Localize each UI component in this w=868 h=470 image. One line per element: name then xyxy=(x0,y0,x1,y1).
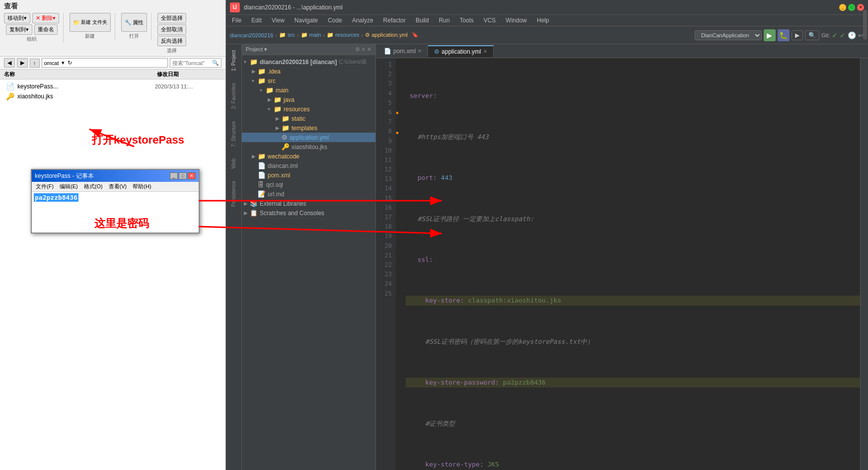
project-gear-icon[interactable]: ≡ xyxy=(362,46,365,53)
delete-button[interactable]: ✕ 删除▾ xyxy=(32,13,59,23)
file-icon: 📄 xyxy=(6,82,14,90)
tree-item-iml[interactable]: 📄 diancan.iml xyxy=(242,161,375,170)
notepad-menu-file[interactable]: 文件(F) xyxy=(36,183,54,190)
resources-folder-icon: 📁 xyxy=(274,105,282,113)
breadcrumb-root[interactable]: diancan20200216 xyxy=(230,32,273,38)
tree-item-wechatcode[interactable]: ▶ 📁 wechatcode xyxy=(242,152,375,161)
menu-navigate[interactable]: Navigate xyxy=(292,16,320,25)
tree-item-idea[interactable]: ▶ 📁 .idea xyxy=(242,67,375,76)
ide-project-panel: Project ▾ ⚙ ≡ ✕ ▾ 📁 diancan20200216 [dia… xyxy=(242,44,376,470)
breadcrumb-resources[interactable]: 📁 resources xyxy=(327,32,359,38)
copy-to-button[interactable]: 复制到▾ xyxy=(6,24,32,35)
tree-item-md[interactable]: 📝 url.md xyxy=(242,189,375,199)
debug-button[interactable]: 🐛 xyxy=(778,29,790,41)
tree-item-sql[interactable]: 🗄 qcl.sql xyxy=(242,180,375,189)
breadcrumb-main[interactable]: 📁 main xyxy=(301,32,321,38)
tree-item-java[interactable]: ▶ 📁 java xyxy=(242,95,375,104)
invert-select-button[interactable]: 反向选择 xyxy=(157,36,186,46)
sidebar-tab-favorites[interactable]: 2: Favorites xyxy=(230,79,237,113)
sidebar-tab-persistence[interactable]: Persistence xyxy=(230,177,237,211)
tree-item-main[interactable]: ▾ 📁 main xyxy=(242,85,375,95)
run-config-select[interactable]: DianCanApplication xyxy=(695,30,762,40)
select-all-button[interactable]: 全部选择 xyxy=(157,13,186,23)
refresh-icon[interactable]: ↻ xyxy=(68,60,72,66)
notepad-content[interactable]: pa2pzzb8436 xyxy=(32,192,199,203)
tree-item-templates[interactable]: ▶ 📁 templates xyxy=(242,123,375,133)
line-num-1: 1 xyxy=(378,60,392,70)
search-box[interactable]: 🔍 xyxy=(170,58,221,68)
run-button[interactable]: ▶ xyxy=(764,29,776,41)
tab-yml-close[interactable]: ✕ xyxy=(483,49,487,54)
ide-close-button[interactable]: ✕ xyxy=(857,4,864,11)
new-folder-button[interactable]: 📁 新建 文件夹 xyxy=(70,13,111,32)
notepad-maximize-button[interactable]: □ xyxy=(179,172,187,179)
ide-minimize-button[interactable]: _ xyxy=(839,4,846,11)
project-close-icon[interactable]: ✕ xyxy=(367,46,371,53)
select-group-label: 选择 xyxy=(167,47,177,54)
search-icon[interactable]: 🔍 xyxy=(212,60,219,66)
tab-application-yml[interactable]: ⚙ application.yml ✕ xyxy=(428,45,493,57)
tree-item-resources[interactable]: ▾ 📁 resources xyxy=(242,104,375,114)
sidebar-tab-project[interactable]: 1: Project xyxy=(230,46,237,75)
coverage-button[interactable]: ▶ xyxy=(792,30,803,40)
code-line-4: #SSL证书路径 一定要加上classpath: xyxy=(406,214,860,224)
menu-refactor[interactable]: Refactor xyxy=(381,16,408,25)
tree-arrow: ▾ xyxy=(260,87,266,93)
move-to-button[interactable]: 移动到▾ xyxy=(4,13,30,23)
menu-code[interactable]: Code xyxy=(326,16,344,25)
sidebar-tab-web[interactable]: Web xyxy=(230,155,237,172)
folder-icon: 📁 xyxy=(73,19,80,26)
nav-forward-button[interactable]: ▶ xyxy=(17,58,28,68)
notepad-menu-format[interactable]: 格式(O) xyxy=(84,183,103,190)
properties-button[interactable]: 🔧 属性 xyxy=(121,13,147,32)
tree-label-root: diancan20200216 [diancan] xyxy=(260,59,337,66)
tree-item-ext-lib[interactable]: ▶ 📚 External Libraries xyxy=(242,199,375,208)
tree-item-pom[interactable]: 📄 pom.xml xyxy=(242,170,375,180)
notepad-minimize-button[interactable]: _ xyxy=(170,172,178,179)
notepad-menu-help[interactable]: 帮助(H) xyxy=(133,183,151,190)
tree-arrow: ▶ xyxy=(244,210,250,216)
nav-up-button[interactable]: ↑ xyxy=(30,59,40,68)
jks-file-icon: 🔑 xyxy=(282,143,289,151)
tab-pom-xml[interactable]: 📄 pom.xml ✕ xyxy=(378,46,428,57)
search-input[interactable] xyxy=(172,60,212,66)
breadcrumb-bookmark-icon[interactable]: 🔖 xyxy=(412,32,419,38)
address-bar[interactable]: omcat ▾ ↻ xyxy=(42,58,168,68)
path-dropdown-icon[interactable]: ▾ xyxy=(62,60,65,66)
menu-edit[interactable]: Edit xyxy=(249,16,264,25)
column-name[interactable]: 名称 xyxy=(4,71,157,78)
menu-view[interactable]: View xyxy=(270,16,287,25)
menu-help[interactable]: Help xyxy=(535,16,551,25)
notepad-menu-view[interactable]: 查看(V) xyxy=(109,183,127,190)
list-item[interactable]: 📄 keystorePass... 2020/3/13 11:... xyxy=(4,81,221,91)
menu-tools[interactable]: Tools xyxy=(458,16,476,25)
code-value: JKS xyxy=(488,460,499,470)
breadcrumb-file[interactable]: ⚙ application.yml xyxy=(365,32,408,38)
rename-button[interactable]: 重命名 xyxy=(34,24,58,35)
tree-item-root[interactable]: ▾ 📁 diancan20200216 [diancan] C:\Users\装 xyxy=(242,57,375,67)
ide-maximize-button[interactable]: □ xyxy=(848,4,855,11)
menu-file[interactable]: File xyxy=(230,16,243,25)
menu-build[interactable]: Build xyxy=(414,16,431,25)
notepad-close-button[interactable]: ✕ xyxy=(188,172,196,179)
project-settings-icon[interactable]: ⚙ xyxy=(355,46,360,53)
deselect-button[interactable]: 全部取消 xyxy=(157,24,186,35)
search-everywhere-button[interactable]: 🔍 xyxy=(805,30,819,40)
tab-pom-close[interactable]: ✕ xyxy=(418,48,422,54)
notepad-menu-edit[interactable]: 编辑(E) xyxy=(60,183,78,190)
menu-analyze[interactable]: Analyze xyxy=(350,16,375,25)
tree-item-scratch[interactable]: ▶ 📋 Scratches and Consoles xyxy=(242,208,375,218)
menu-run[interactable]: Run xyxy=(437,16,452,25)
nav-back-button[interactable]: ◀ xyxy=(4,58,15,68)
code-area[interactable]: server: #https加密端口号 443 port: 443 #SSL证书… xyxy=(406,58,860,470)
breadcrumb-src[interactable]: 📁 src xyxy=(279,32,295,38)
tree-item-application-yml[interactable]: ⚙ application.yml xyxy=(242,133,375,142)
list-item[interactable]: 🔑 xiaoshitou.jks xyxy=(4,91,221,101)
menu-vcs[interactable]: VCS xyxy=(482,16,498,25)
tree-item-jks[interactable]: 🔑 xiaoshitou.jks xyxy=(242,142,375,152)
sidebar-tab-structure[interactable]: 7: Structure xyxy=(230,117,237,151)
column-date[interactable]: 修改日期 xyxy=(157,71,221,78)
tree-item-src[interactable]: ▾ 📁 src xyxy=(242,76,375,85)
tree-item-static[interactable]: ▶ 📁 static xyxy=(242,114,375,123)
menu-window[interactable]: Window xyxy=(504,16,529,25)
